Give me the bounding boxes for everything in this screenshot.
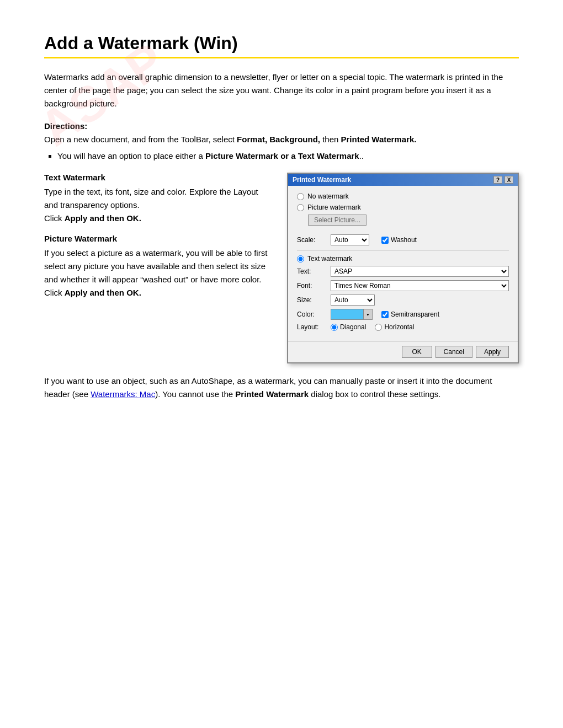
no-watermark-input[interactable] <box>297 193 304 200</box>
scale-select[interactable]: Auto <box>331 234 369 245</box>
dialog-body: No watermark Picture watermark Select Pi… <box>288 186 518 341</box>
printed-watermark-dialog: Printed Watermark ? X No watermark <box>287 173 519 363</box>
ok-button[interactable]: OK <box>402 346 432 358</box>
picture-watermark-radio[interactable]: Picture watermark <box>297 204 509 211</box>
diagonal-label: Diagonal <box>340 323 366 331</box>
page-title: Add a Watermark (Win) <box>44 33 519 53</box>
font-field-label: Font: <box>297 282 327 290</box>
text-watermark-radio[interactable]: Text watermark <box>297 255 509 263</box>
directions-heading: Directions: <box>44 121 519 131</box>
dialog-title-buttons: ? X <box>493 176 513 184</box>
intro-paragraph: Watermarks add an overall graphic dimens… <box>44 71 519 110</box>
cancel-button[interactable]: Cancel <box>435 346 472 358</box>
bullet-item-1: You will have an option to place either … <box>57 149 519 163</box>
text-select-group: ASAP <box>331 266 509 277</box>
semitransparent-label: Semitransparent <box>391 311 439 318</box>
size-select[interactable]: Auto <box>331 295 375 306</box>
font-select[interactable]: Times New Roman <box>331 280 509 291</box>
washout-checkbox-row: Washout <box>381 236 417 244</box>
text-select[interactable]: ASAP <box>331 266 509 277</box>
semitransparent-checkbox-row: Semitransparent <box>381 311 439 318</box>
layout-field-label: Layout: <box>297 323 327 331</box>
content-area: Text Watermark Type in the text, its fon… <box>44 173 519 363</box>
dialog-title: Printed Watermark <box>293 176 351 184</box>
scale-row: Scale: Auto Washout <box>297 234 509 245</box>
text-watermark-heading: Text Watermark <box>44 173 270 182</box>
semitransparent-checkbox[interactable] <box>381 311 389 318</box>
washout-label: Washout <box>391 236 417 244</box>
horizontal-radio[interactable] <box>375 324 382 331</box>
picture-watermark-label: Picture watermark <box>307 204 361 211</box>
color-field-row: Color: ▼ Semitransparent <box>297 309 509 320</box>
dialog-footer: OK Cancel Apply <box>288 341 518 362</box>
horizontal-radio-label[interactable]: Horizontal <box>375 323 414 331</box>
watermarks-mac-link[interactable]: Watermarks: Mac <box>91 389 155 399</box>
text-watermark-radio-label: Text watermark <box>307 255 352 263</box>
size-field-label: Size: <box>297 296 327 304</box>
layout-field-row: Layout: Diagonal Horizontal <box>297 323 509 331</box>
font-select-group: Times New Roman <box>331 280 509 291</box>
bullet-list: You will have an option to place either … <box>57 149 519 163</box>
washout-checkbox[interactable] <box>381 237 389 244</box>
dialog-container: Printed Watermark ? X No watermark <box>287 173 519 363</box>
separator <box>297 250 509 250</box>
diagonal-radio-label[interactable]: Diagonal <box>331 323 366 331</box>
color-select-group: ▼ <box>331 309 373 320</box>
no-watermark-label: No watermark <box>307 192 349 200</box>
color-swatch[interactable] <box>331 309 364 320</box>
apply-button[interactable]: Apply <box>476 346 509 358</box>
picture-watermark-heading: Picture Watermark <box>44 234 270 243</box>
font-field-row: Font: Times New Roman <box>297 280 509 291</box>
directions-text: Open a new document, and from the ToolBa… <box>44 133 519 146</box>
bottom-paragraph: If you want to use an object, such as an… <box>44 374 519 401</box>
size-field-row: Size: Auto <box>297 295 509 306</box>
select-picture-button[interactable]: Select Picture... <box>308 215 367 226</box>
picture-watermark-text: If you select a picture as a watermark, … <box>44 247 270 299</box>
color-dropdown-arrow[interactable]: ▼ <box>364 309 373 320</box>
layout-options: Diagonal Horizontal <box>331 323 414 331</box>
picture-watermark-input[interactable] <box>297 204 304 211</box>
dialog-close-button[interactable]: X <box>504 176 513 184</box>
text-watermark-input[interactable] <box>297 255 304 263</box>
text-field-row: Text: ASAP <box>297 266 509 277</box>
left-content: Text Watermark Type in the text, its fon… <box>44 173 270 308</box>
dialog-help-button[interactable]: ? <box>493 176 502 184</box>
scale-select-group: Auto <box>331 234 369 245</box>
text-field-label: Text: <box>297 267 327 275</box>
no-watermark-radio[interactable]: No watermark <box>297 192 509 200</box>
color-field-label: Color: <box>297 311 327 318</box>
dialog-titlebar: Printed Watermark ? X <box>288 174 518 186</box>
size-select-group: Auto <box>331 295 375 306</box>
text-watermark-text: Type in the text, its font, size and col… <box>44 185 270 225</box>
scale-label: Scale: <box>297 236 327 244</box>
title-underline <box>44 57 519 58</box>
horizontal-label: Horizontal <box>384 323 414 331</box>
diagonal-radio[interactable] <box>331 324 338 331</box>
